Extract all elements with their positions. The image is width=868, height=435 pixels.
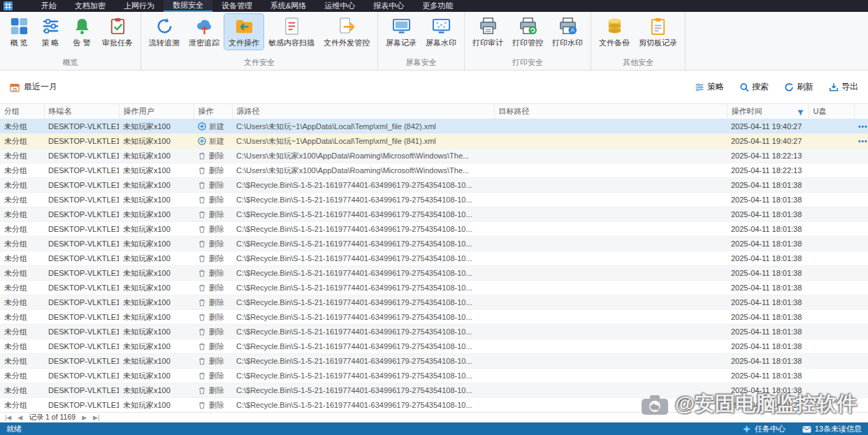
cell-operating-user: 未知玩家x100 — [119, 398, 194, 413]
trash-icon — [198, 342, 206, 351]
table-row[interactable]: 未分组DESKTOP-VLKTLE1未知玩家x100删除C:\$Recycle.… — [0, 222, 868, 237]
table-row[interactable]: 未分组DESKTOP-VLKTLE1未知玩家x100删除C:\$Recycle.… — [0, 339, 868, 354]
table-row[interactable]: 未分组DESKTOP-VLKTLE1未知玩家x100删除C:\$Recycle.… — [0, 251, 868, 266]
date-range-filter[interactable]: 25 最近一月 — [10, 81, 57, 93]
ribbon-button-文件外发管控[interactable]: 文件外发管控 — [319, 14, 374, 50]
tab-系统&网络[interactable]: 系统&网络 — [261, 0, 315, 12]
column-header-目标路径[interactable]: 目标路径 — [494, 104, 727, 119]
table-row[interactable]: 未分组DESKTOP-VLKTLE1未知玩家x100删除C:\$Recycle.… — [0, 369, 868, 383]
toolbar-action-刷新[interactable]: 刷新 — [784, 81, 813, 93]
ribbon-button-屏幕水印[interactable]: 屏幕水印 — [421, 14, 461, 50]
column-header-U盘[interactable]: U盘 — [809, 104, 854, 119]
pagination-bar: |◀ ◀ 记录 1 of 1169 ▶ ▶| — [0, 412, 868, 422]
cell-usb — [809, 310, 854, 325]
tab-设备管理[interactable]: 设备管理 — [212, 0, 261, 12]
cell-operation-time: 2025-04-11 18:01:38 — [727, 266, 809, 281]
ribbon-button-敏感内容扫描[interactable]: 敏感内容扫描 — [264, 14, 319, 50]
prev-page-button[interactable]: ◀ — [17, 414, 22, 421]
toolbar-action-策略[interactable]: 策略 — [695, 81, 724, 93]
cell-usb — [809, 207, 854, 222]
tab-上网行为[interactable]: 上网行为 — [115, 0, 164, 12]
table-row[interactable]: 未分组DESKTOP-VLKTLE1未知玩家x100删除C:\$Recycle.… — [0, 281, 868, 295]
filter-icon[interactable] — [797, 109, 804, 117]
ribbon-button-剪切板记录[interactable]: 剪切板记录 — [635, 14, 681, 50]
table-row[interactable]: 未分组DESKTOP-VLKTLE1未知玩家x100删除C:\$Recycle.… — [0, 266, 868, 281]
table-row[interactable]: 未分组DESKTOP-VLKTLE1未知玩家x100删除C:\$Recycle.… — [0, 237, 868, 251]
last-page-button[interactable]: ▶| — [93, 414, 99, 421]
cell-row-actions — [854, 310, 868, 325]
cell-operating-user: 未知玩家x100 — [119, 266, 194, 281]
table-row[interactable]: 未分组DESKTOP-VLKTLE1未知玩家x100删除C:\$Recycle.… — [0, 398, 868, 413]
cell-operating-user: 未知玩家x100 — [119, 178, 194, 193]
table-row[interactable]: 未分组DESKTOP-VLKTLE1未知玩家x100删除C:\$Recycle.… — [0, 295, 868, 310]
ribbon-button-文件备份[interactable]: 文件备份 — [595, 14, 634, 50]
table-row[interactable]: 未分组DESKTOP-VLKTLE1未知玩家x100新建C:\Users\未知玩… — [0, 119, 868, 134]
toolbar-action-搜索[interactable]: 搜索 — [739, 81, 769, 93]
next-page-button[interactable]: ▶ — [82, 414, 87, 421]
column-header-分组[interactable]: 分组 — [0, 104, 44, 119]
table-row[interactable]: 未分组DESKTOP-VLKTLE1未知玩家x100删除C:\$Recycle.… — [0, 207, 868, 222]
cell-operation: 删除 — [194, 237, 232, 251]
table-row[interactable]: 未分组DESKTOP-VLKTLE1未知玩家x100删除C:\$Recycle.… — [0, 325, 868, 339]
cell-terminal-name: DESKTOP-VLKTLE1 — [44, 281, 119, 295]
cell-group: 未分组 — [0, 383, 44, 398]
tab-更多功能[interactable]: 更多功能 — [413, 0, 462, 12]
tab-运维中心[interactable]: 运维中心 — [315, 0, 364, 12]
table-row[interactable]: 未分组DESKTOP-VLKTLE1未知玩家x100删除C:\$Recycle.… — [0, 178, 868, 193]
cell-usb — [809, 119, 854, 134]
cell-row-actions — [854, 281, 868, 295]
ribbon-button-屏幕记录[interactable]: 屏幕记录 — [382, 14, 421, 50]
statusbar-right: 任务中心13条未读信息 — [742, 424, 862, 434]
cell-source-path: C:\$Recycle.Bin\S-1-5-21-1619774401-6349… — [232, 339, 494, 354]
ribbon-button-打印水印[interactable]: A打印水印 — [548, 14, 587, 50]
column-header-源路径[interactable]: 源路径 — [232, 104, 494, 119]
tab-开始[interactable]: 开始 — [32, 0, 66, 12]
ribbon-button-文件操作[interactable]: 文件操作 — [224, 14, 263, 50]
plus-circle-icon — [198, 122, 206, 131]
table-row[interactable]: 未分组DESKTOP-VLKTLE1未知玩家x100删除C:\Users\未知玩… — [0, 163, 868, 178]
ribbon-button-打印审计[interactable]: 打印审计 — [468, 14, 507, 50]
cell-source-path: C:\$Recycle.Bin\S-1-5-21-1619774401-6349… — [232, 266, 494, 281]
tab-报表中心[interactable]: 报表中心 — [364, 0, 413, 12]
cell-operating-user: 未知玩家x100 — [119, 222, 194, 237]
ribbon-button-流转追溯[interactable]: 流转追溯 — [145, 14, 184, 50]
cell-terminal-name: DESKTOP-VLKTLE1 — [44, 222, 119, 237]
ribbon-button-审批任务[interactable]: 审批任务 — [98, 14, 137, 50]
cell-terminal-name: DESKTOP-VLKTLE1 — [44, 295, 119, 310]
ribbon-button-告警[interactable]: 告 警 — [66, 14, 97, 50]
cell-group: 未分组 — [0, 163, 44, 178]
first-page-button[interactable]: |◀ — [5, 414, 11, 421]
trash-icon — [198, 254, 206, 263]
cell-group: 未分组 — [0, 266, 44, 281]
toolbar-action-导出[interactable]: 导出 — [829, 81, 858, 93]
table-row[interactable]: 未分组DESKTOP-VLKTLE1未知玩家x100新建C:\Users\未知玩… — [0, 134, 868, 149]
ribbon-button-打印管控[interactable]: 打印管控 — [508, 14, 547, 50]
table-row[interactable]: 未分组DESKTOP-VLKTLE1未知玩家x100删除C:\$Recycle.… — [0, 193, 868, 207]
app-menu-icon[interactable] — [0, 0, 15, 12]
tab-文档加密[interactable]: 文档加密 — [66, 0, 115, 12]
table-row[interactable]: 未分组DESKTOP-VLKTLE1未知玩家x100删除C:\Users\未知玩… — [0, 149, 868, 163]
ribbon-button-概览[interactable]: 概 览 — [3, 14, 34, 50]
trash-icon — [198, 357, 206, 365]
statusbar-item-13条未读信息[interactable]: 13条未读信息 — [802, 424, 862, 434]
cell-source-path: C:\$Recycle.Bin\S-1-5-21-1619774401-6349… — [232, 295, 494, 310]
cell-source-path: C:\$Recycle.Bin\S-1-5-21-1619774401-6349… — [232, 222, 494, 237]
ribbon: 概 览策 略告 警审批任务概览流转追溯泄密追踪文件操作敏感内容扫描文件外发管控文… — [0, 12, 868, 71]
statusbar-item-任务中心[interactable]: 任务中心 — [742, 424, 786, 434]
column-header-终端名[interactable]: 终端名 — [44, 104, 119, 119]
ribbon-button-泄密追踪[interactable]: 泄密追踪 — [185, 14, 224, 50]
column-header-操作[interactable]: 操作 — [194, 104, 232, 119]
app-window: 开始文档加密上网行为数据安全设备管理系统&网络运维中心报表中心更多功能 概 览策… — [0, 0, 868, 435]
row-more-actions-button[interactable]: ••• — [858, 138, 868, 145]
column-header-操作时间[interactable]: 操作时间 — [727, 104, 809, 119]
ribbon-button-策略[interactable]: 策 略 — [35, 14, 66, 50]
tab-数据安全[interactable]: 数据安全 — [164, 0, 212, 12]
table-row[interactable]: 未分组DESKTOP-VLKTLE1未知玩家x100删除C:\$Recycle.… — [0, 354, 868, 369]
cell-source-path: C:\$Recycle.Bin\S-1-5-21-1619774401-6349… — [232, 398, 494, 413]
column-header-操作用户[interactable]: 操作用户 — [119, 104, 194, 119]
row-more-actions-button[interactable]: ••• — [858, 123, 868, 131]
table-row[interactable]: 未分组DESKTOP-VLKTLE1未知玩家x100删除C:\$Recycle.… — [0, 383, 868, 398]
table-row[interactable]: 未分组DESKTOP-VLKTLE1未知玩家x100删除C:\$Recycle.… — [0, 310, 868, 325]
cell-source-path: C:\$Recycle.Bin\S-1-5-21-1619774401-6349… — [232, 193, 494, 207]
statusbar-item-label: 13条未读信息 — [815, 424, 862, 434]
